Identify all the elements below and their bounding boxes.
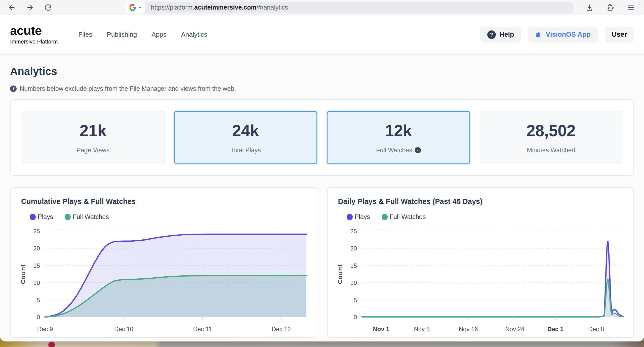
info-note: i Numbers below exclude plays from the F… <box>10 85 634 92</box>
stat-label: Full Watches i <box>376 147 421 154</box>
help-label: Help <box>499 31 514 38</box>
stat-card-page-views[interactable]: 21k Page Views <box>22 111 165 164</box>
stat-card-total-plays[interactable]: 24k Total Plays <box>174 111 317 164</box>
back-arrow-icon <box>8 4 16 12</box>
url-text: https://platform.acuteimmersive.com/#/an… <box>151 4 288 11</box>
visionos-app-button[interactable]: VisionOS App <box>528 27 598 43</box>
stat-card-full-watches[interactable]: 12k Full Watches i <box>327 111 470 164</box>
site-favicon-chip[interactable] <box>125 2 145 13</box>
stat-label-text: Full Watches <box>376 147 412 154</box>
cumulative-area-chart: 0510152025Dec 9Dec 10Dec 11Dec 12Count <box>11 221 317 338</box>
svg-text:Nov 16: Nov 16 <box>459 326 478 332</box>
svg-text:Count: Count <box>337 264 343 284</box>
svg-text:25: 25 <box>33 228 40 235</box>
svg-text:10: 10 <box>350 279 357 286</box>
legend-label: Full Watches <box>73 213 109 221</box>
nav-item-analytics[interactable]: Analytics <box>181 31 207 38</box>
reload-icon <box>44 4 52 12</box>
full-watches-info-icon[interactable]: i <box>415 147 421 153</box>
legend-item-full-watches[interactable]: Full Watches <box>382 213 426 221</box>
info-note-text: Numbers below exclude plays from the Fil… <box>20 85 236 92</box>
visionos-label: VisionOS App <box>546 31 591 38</box>
url-path: /#/analytics <box>257 4 288 11</box>
forward-arrow-icon <box>26 4 34 12</box>
stat-value: 21k <box>79 121 106 140</box>
chart-title: Cumulative Plays & Full Watches <box>21 197 317 206</box>
chevron-down-icon <box>138 5 142 10</box>
nav-item-files[interactable]: Files <box>78 31 92 38</box>
logo-subtitle: Immersive Platform <box>10 38 58 45</box>
stat-label: Page Views <box>76 147 110 154</box>
chart-legend: Plays Full Watches <box>30 213 317 221</box>
app-header: acute Immersive Platform Files Publishin… <box>0 15 644 55</box>
stat-value: 28,502 <box>526 121 576 140</box>
svg-text:Nov 1: Nov 1 <box>373 326 389 332</box>
plays-dot-icon <box>30 214 36 220</box>
charts-row: Cumulative Plays & Full Watches Plays Fu… <box>10 187 634 338</box>
svg-text:20: 20 <box>33 245 40 252</box>
full-watches-dot-icon <box>65 214 71 220</box>
download-button[interactable] <box>585 3 594 12</box>
svg-text:0: 0 <box>353 314 357 321</box>
page-title: Analytics <box>10 65 634 77</box>
back-button[interactable] <box>8 3 16 12</box>
forward-button[interactable] <box>26 3 34 12</box>
logo[interactable]: acute Immersive Platform <box>10 24 58 45</box>
nav-item-apps[interactable]: Apps <box>151 31 166 38</box>
svg-text:5: 5 <box>37 297 40 303</box>
stat-label: Total Plays <box>230 147 261 154</box>
full-watches-dot-icon <box>382 214 388 220</box>
svg-text:25: 25 <box>350 228 357 235</box>
svg-text:Dec 12: Dec 12 <box>272 326 291 332</box>
legend-label: Plays <box>355 213 370 221</box>
plays-dot-icon <box>347 214 353 220</box>
svg-text:Dec 1: Dec 1 <box>547 326 563 332</box>
google-g-icon <box>129 4 136 11</box>
url-bar[interactable]: https://platform.acuteimmersive.com/#/an… <box>125 2 573 13</box>
info-icon: i <box>10 85 17 92</box>
puzzle-icon <box>606 4 614 12</box>
stat-label: Minutes Watched <box>527 147 575 154</box>
main-nav: Files Publishing Apps Analytics <box>78 31 207 38</box>
legend-item-plays[interactable]: Plays <box>347 213 370 221</box>
svg-text:0: 0 <box>37 314 40 321</box>
reload-button[interactable] <box>44 3 52 12</box>
user-label: User <box>612 31 627 38</box>
stat-card-minutes-watched[interactable]: 28,502 Minutes Watched <box>480 111 623 164</box>
menu-button[interactable] <box>626 3 635 12</box>
user-menu-button[interactable]: User <box>605 27 634 43</box>
logo-text: acute <box>10 24 58 37</box>
svg-text:10: 10 <box>33 279 40 286</box>
stat-value: 12k <box>385 121 412 140</box>
svg-text:20: 20 <box>350 245 357 252</box>
question-icon: ? <box>487 30 496 39</box>
download-icon <box>585 4 593 12</box>
extensions-button[interactable] <box>606 3 614 12</box>
stat-value: 24k <box>232 121 259 140</box>
help-button[interactable]: ? Help <box>480 27 521 43</box>
legend-label: Full Watches <box>390 213 426 221</box>
nav-item-publishing[interactable]: Publishing <box>107 31 137 38</box>
svg-text:Nov 8: Nov 8 <box>414 326 430 332</box>
chart-legend: Plays Full Watches <box>347 213 634 221</box>
svg-text:Dec 10: Dec 10 <box>114 326 133 332</box>
svg-text:15: 15 <box>350 262 357 269</box>
apple-icon <box>535 31 542 39</box>
svg-text:Dec 11: Dec 11 <box>193 326 212 332</box>
hamburger-icon <box>627 4 635 12</box>
svg-text:Dec 8: Dec 8 <box>588 326 604 332</box>
url-domain: acuteimmersive.com <box>194 4 256 11</box>
svg-text:15: 15 <box>33 262 40 269</box>
legend-item-full-watches[interactable]: Full Watches <box>65 213 109 221</box>
svg-text:Dec 9: Dec 9 <box>37 326 53 332</box>
legend-item-plays[interactable]: Plays <box>30 213 53 221</box>
main-content: Analytics i Numbers below exclude plays … <box>0 55 644 341</box>
daily-chart-card: Daily Plays & Full Watches (Past 45 Days… <box>327 187 634 338</box>
svg-text:Nov 24: Nov 24 <box>505 326 524 332</box>
svg-text:5: 5 <box>353 297 357 303</box>
cumulative-chart-card: Cumulative Plays & Full Watches Plays Fu… <box>10 187 317 338</box>
browser-toolbar: https://platform.acuteimmersive.com/#/an… <box>0 0 644 15</box>
stats-container: 21k Page Views 24k Total Plays 12k Full … <box>10 99 634 176</box>
url-scheme: https://platform. <box>151 4 194 11</box>
browser-window: https://platform.acuteimmersive.com/#/an… <box>0 0 644 341</box>
